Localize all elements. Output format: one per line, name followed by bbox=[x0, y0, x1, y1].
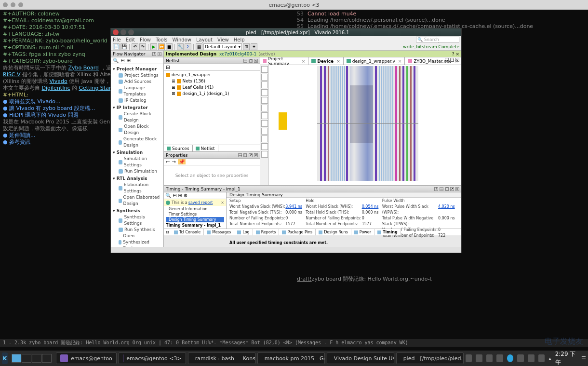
cells-icon[interactable] bbox=[261, 136, 268, 142]
zoom-area-icon[interactable] bbox=[261, 89, 268, 96]
desktop-pager[interactable] bbox=[12, 354, 52, 363]
chevron-up-icon[interactable]: ▴ bbox=[548, 355, 551, 362]
save-icon[interactable]: 💾 bbox=[120, 43, 127, 50]
run-all-icon[interactable]: ⏩ bbox=[158, 43, 165, 50]
flow-item[interactable]: Synthesis Settings bbox=[113, 214, 161, 227]
search-icon[interactable]: 🔍 bbox=[113, 58, 119, 63]
close-icon[interactable]: × bbox=[455, 187, 459, 191]
taskbar-item[interactable]: Vivado Design Suite Use bbox=[327, 352, 394, 364]
menu-edit[interactable]: Edit bbox=[126, 37, 135, 42]
minimize-icon[interactable]: — bbox=[243, 59, 247, 63]
battery-icon[interactable] bbox=[538, 354, 545, 362]
flow-item[interactable]: Open Elaborated Design bbox=[113, 194, 161, 207]
timing-tree-item[interactable]: Design Timing Summary bbox=[166, 217, 224, 222]
bottom-tab-design-runs[interactable]: Design Runs bbox=[316, 229, 351, 235]
flow-group[interactable]: ▾ Project Manager bbox=[113, 66, 161, 72]
layout-icon[interactable]: ▦ bbox=[196, 43, 202, 50]
help-icon[interactable]: ? bbox=[452, 52, 454, 56]
flow-item[interactable]: Run Simulation bbox=[113, 168, 161, 175]
netlist-item[interactable]: ⊞ Leaf Cells (41) bbox=[166, 84, 258, 91]
settings-icon[interactable]: ✦ bbox=[251, 43, 257, 50]
flow-group[interactable]: ▾ RTL Analysis bbox=[113, 176, 161, 182]
tab-sources[interactable]: Sources bbox=[164, 145, 193, 151]
zoom-in-icon[interactable] bbox=[261, 66, 268, 73]
filter-icon[interactable]: ⚙ bbox=[184, 193, 188, 198]
collapse-icon[interactable]: « bbox=[158, 52, 161, 56]
run-icon[interactable]: ▶ bbox=[150, 43, 157, 50]
device-tab[interactable]: Project Summary× bbox=[260, 57, 308, 65]
selected-region[interactable] bbox=[279, 112, 287, 130]
close-icon[interactable]: × bbox=[302, 59, 306, 64]
ports-icon[interactable] bbox=[261, 143, 268, 150]
taskbar-item[interactable]: ramdisk : bash — Konso bbox=[188, 352, 255, 364]
minimize-icon[interactable] bbox=[11, 2, 15, 7]
clock[interactable]: 2:29 下午 bbox=[555, 350, 577, 366]
collapse-icon[interactable]: ⊟ bbox=[173, 193, 176, 198]
flow-item[interactable]: Language Templates bbox=[113, 85, 161, 97]
maximize-icon[interactable] bbox=[18, 2, 23, 7]
bottom-tab-power[interactable]: Power bbox=[351, 229, 374, 235]
menu-tools[interactable]: Tools bbox=[156, 37, 168, 42]
flow-item[interactable]: Add Sources bbox=[113, 79, 161, 85]
flow-tree[interactable]: ▾ Project ManagerProject SettingsAdd Sou… bbox=[111, 64, 163, 247]
maximize-icon[interactable]: □ bbox=[445, 187, 449, 191]
device-tab[interactable]: design_1_wrapper.v× bbox=[344, 57, 405, 65]
tray-icon[interactable] bbox=[496, 354, 503, 362]
select-icon[interactable] bbox=[261, 97, 268, 104]
taskbar-item[interactable]: pled - [/tmp/pled/pled.x bbox=[396, 352, 464, 364]
netlist-item[interactable]: ⊞ design_1_i (design_1) bbox=[166, 91, 258, 97]
maximize-icon[interactable] bbox=[128, 29, 134, 35]
timing-value[interactable]: 4.020 ns bbox=[438, 204, 458, 216]
minimize-icon[interactable]: — bbox=[238, 153, 242, 157]
timing-value[interactable]: 3.941 ns bbox=[285, 204, 306, 210]
routing-icon[interactable] bbox=[261, 120, 268, 127]
flow-item[interactable]: Simulation Settings bbox=[113, 156, 161, 168]
maximize-icon[interactable]: □ bbox=[243, 153, 247, 157]
ruler-icon[interactable] bbox=[261, 105, 268, 111]
menu-window[interactable]: Window bbox=[173, 37, 191, 42]
timing-tree-item[interactable]: Timer Settings bbox=[166, 212, 224, 217]
nets-icon[interactable] bbox=[261, 128, 268, 135]
flow-item[interactable]: Open Block Design bbox=[113, 123, 161, 136]
netlist-item[interactable]: ⊞ Nets (136) bbox=[166, 78, 258, 84]
network-icon[interactable] bbox=[528, 354, 535, 362]
new-icon[interactable]: 📄 bbox=[113, 43, 120, 50]
taskbar-item[interactable]: emacs@gentoo bbox=[56, 352, 117, 364]
menu-file[interactable]: File bbox=[113, 37, 121, 42]
collapse-all-icon[interactable]: ⊟ bbox=[120, 58, 124, 63]
telegram-icon[interactable] bbox=[507, 354, 514, 362]
flow-item[interactable]: Run Synthesis bbox=[113, 227, 161, 233]
vivado-titlebar[interactable]: pled - [/tmp/pled/pled.xpr] - Vivado 201… bbox=[111, 28, 461, 36]
menu-help[interactable]: Help bbox=[234, 37, 245, 42]
search-icon[interactable]: 🔍 bbox=[165, 193, 171, 198]
timing-tree[interactable]: General InformationTimer SettingsDesign … bbox=[164, 206, 226, 223]
layout-dropdown[interactable]: Default Layout▾ bbox=[203, 43, 242, 50]
bottom-tab-timing[interactable]: Timing bbox=[374, 229, 401, 235]
kde-start-icon[interactable]: K bbox=[2, 352, 8, 364]
close-icon[interactable]: × bbox=[254, 59, 258, 63]
sigma-icon[interactable]: Σ bbox=[185, 43, 191, 50]
netlist-tree[interactable]: design_1_wrapper⊞ Nets (136)⊞ Leaf Cells… bbox=[164, 71, 260, 145]
zoom-fit-icon[interactable]: ⊞ bbox=[243, 43, 250, 50]
flow-item[interactable]: Elaboration Settings bbox=[113, 182, 161, 194]
help-icon[interactable]: ? bbox=[434, 187, 438, 191]
minimize-icon[interactable] bbox=[120, 29, 126, 35]
device-tab[interactable]: Device× bbox=[308, 57, 344, 65]
bottom-tab-tcl-console[interactable]: Tcl Console bbox=[171, 229, 204, 235]
close-icon[interactable]: × bbox=[398, 59, 402, 64]
show-desktop-icon[interactable]: ☰ bbox=[581, 355, 586, 362]
device-canvas[interactable] bbox=[269, 65, 461, 185]
maximize-icon[interactable]: □ bbox=[249, 59, 253, 63]
flow-item[interactable]: Open Synthesized Design bbox=[113, 233, 161, 247]
taskbar-item[interactable]: macbook pro 2015 - Go bbox=[257, 352, 325, 364]
timing-tree-item[interactable]: General Information bbox=[166, 206, 224, 212]
part-number[interactable]: xc7z010clg400-1 bbox=[219, 52, 256, 56]
maximize-icon[interactable]: □ bbox=[450, 58, 454, 62]
search-input[interactable]: 🔍 Search commands bbox=[416, 37, 459, 42]
flow-item[interactable]: Generate Block Design bbox=[113, 136, 161, 149]
netlist-item[interactable]: design_1_wrapper bbox=[166, 72, 258, 78]
settings-icon[interactable] bbox=[261, 151, 268, 158]
bottom-tab-log[interactable]: Log bbox=[234, 229, 253, 235]
flow-group[interactable]: ▾ Simulation bbox=[113, 149, 161, 156]
expand-all-icon[interactable]: ⊞ bbox=[126, 58, 130, 63]
